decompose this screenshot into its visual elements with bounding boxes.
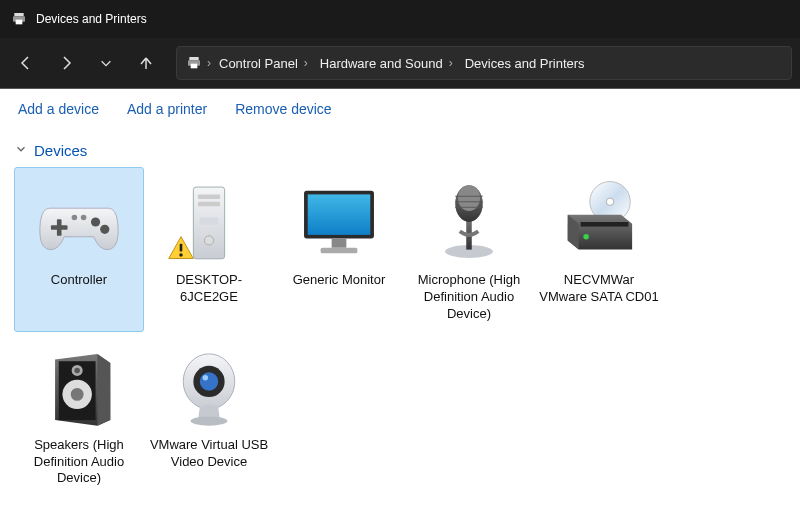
add-device-link[interactable]: Add a device (18, 101, 99, 117)
device-item[interactable]: NECVMWar VMware SATA CD01 (534, 167, 664, 332)
device-item[interactable]: Speakers (High Definition Audio Device) (14, 332, 144, 497)
device-item[interactable]: Controller (14, 167, 144, 332)
device-label: DESKTOP-6JCE2GE (149, 272, 269, 306)
chevron-right-icon: › (304, 56, 308, 70)
microphone-icon (419, 174, 519, 270)
optical-icon (549, 174, 649, 270)
chevron-right-icon: › (449, 56, 453, 70)
back-button[interactable] (8, 45, 44, 81)
tower-icon (159, 174, 259, 270)
recent-button[interactable] (88, 45, 124, 81)
device-label: VMware Virtual USB Video Device (149, 437, 269, 471)
controller-icon (29, 174, 129, 270)
device-label: Microphone (High Definition Audio Device… (409, 272, 529, 323)
window-title: Devices and Printers (36, 12, 147, 26)
group-title: Devices (34, 142, 87, 159)
chevron-down-icon (14, 140, 28, 161)
nav-bar: › Control Panel› Hardware and Sound› Dev… (0, 38, 800, 88)
device-item[interactable]: DESKTOP-6JCE2GE (144, 167, 274, 332)
device-label: Controller (51, 272, 107, 289)
add-printer-link[interactable]: Add a printer (127, 101, 207, 117)
device-grid: ControllerDESKTOP-6JCE2GEGeneric Monitor… (14, 167, 786, 496)
printer-icon (10, 10, 28, 28)
device-label: Speakers (High Definition Audio Device) (19, 437, 139, 488)
svg-rect-2 (16, 20, 23, 25)
breadcrumb-item[interactable]: Devices and Printers (461, 54, 589, 73)
svg-point-7 (197, 62, 198, 63)
svg-rect-0 (14, 13, 23, 16)
webcam-icon (159, 339, 259, 435)
warning-icon (167, 234, 195, 266)
devices-printers-icon (185, 54, 203, 72)
breadcrumb-item[interactable]: Control Panel› (215, 54, 312, 73)
svg-point-3 (22, 18, 23, 19)
up-button[interactable] (128, 45, 164, 81)
content-pane: Devices ControllerDESKTOP-6JCE2GEGeneric… (0, 128, 800, 504)
forward-button[interactable] (48, 45, 84, 81)
breadcrumb-item[interactable]: Hardware and Sound› (316, 54, 457, 73)
address-bar[interactable]: › Control Panel› Hardware and Sound› Dev… (176, 46, 792, 80)
chevron-right-icon: › (207, 56, 211, 70)
device-label: Generic Monitor (293, 272, 385, 289)
device-label: NECVMWar VMware SATA CD01 (539, 272, 659, 306)
title-bar: Devices and Printers (0, 0, 800, 38)
monitor-icon (289, 174, 389, 270)
device-item[interactable]: VMware Virtual USB Video Device (144, 332, 274, 497)
command-bar: Add a device Add a printer Remove device (0, 88, 800, 128)
device-item[interactable]: Generic Monitor (274, 167, 404, 332)
group-header-devices[interactable]: Devices (14, 140, 786, 161)
device-item[interactable]: Microphone (High Definition Audio Device… (404, 167, 534, 332)
svg-rect-6 (191, 64, 198, 69)
svg-rect-4 (189, 57, 198, 60)
speaker-icon (29, 339, 129, 435)
remove-device-link[interactable]: Remove device (235, 101, 332, 117)
